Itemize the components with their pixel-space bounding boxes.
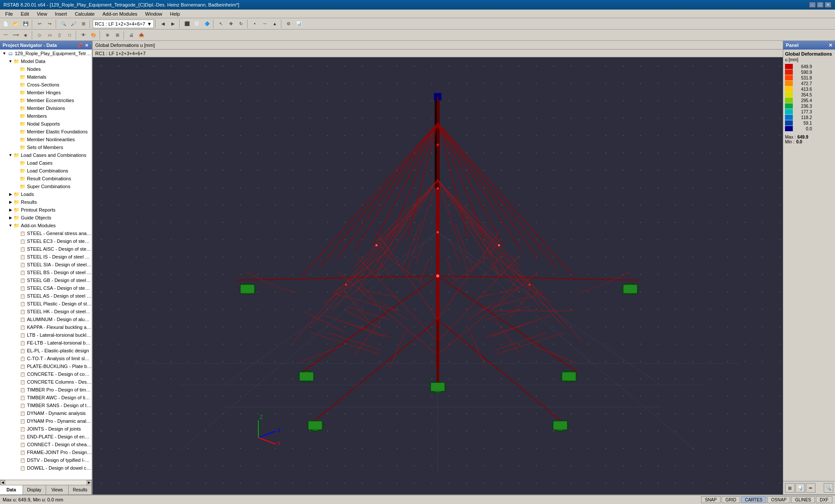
tree-expander[interactable] [14,356,19,361]
menu-addon[interactable]: Add-on Modules [99,10,141,18]
tree-item[interactable]: 📁Nodal Supports [0,120,92,128]
nav-tab-views[interactable]: Views [46,485,69,494]
menu-help[interactable]: Help [167,10,184,18]
status-cartes[interactable]: CARTES [741,496,766,503]
tree-item[interactable]: 📋STEEL AS - Design of steel membe [0,292,92,300]
tree-item[interactable]: 📁Member Nonlinearities [0,136,92,143]
tree-item[interactable]: 📁Load Cases [0,159,92,167]
tree-expander[interactable] [14,246,19,252]
tb-node[interactable]: • [250,19,260,29]
tree-expander[interactable] [14,137,19,142]
tree-expander[interactable] [14,332,19,338]
tb2-iso[interactable]: ◇ [35,30,44,40]
tree-expander[interactable] [14,465,19,471]
tree-item[interactable]: ▼📁Add-on Modules [0,222,92,229]
tree-expander[interactable]: ▼ [2,51,7,56]
nav-pin-button[interactable]: 📌 [76,43,83,48]
menu-insert[interactable]: Insert [51,10,70,18]
nav-tab-data[interactable]: Data [0,485,23,494]
tree-expander[interactable] [14,160,19,166]
tb2-snap[interactable]: ⊕ [103,30,112,40]
tree-expander[interactable] [14,82,19,87]
hscroll-left[interactable]: ◀ [0,480,5,485]
tree-item[interactable]: 📁Cross-Sections [0,81,92,89]
tree-expander[interactable]: ▼ [8,223,13,228]
tree-item[interactable]: 📁Nodes [0,65,92,73]
status-dxf[interactable]: DXF [816,496,832,503]
tree-expander[interactable] [14,458,19,463]
tree-expander[interactable]: ▶ [8,199,13,205]
tree-item[interactable]: 📁Result Combinations [0,175,92,182]
tb-undo[interactable]: ↩ [35,19,44,29]
panel-tb-settings[interactable]: ✏ [806,483,815,493]
tb-select[interactable]: ↖ [216,19,226,29]
canvas-area[interactable]: X Y Z [93,57,783,494]
tb-rotate[interactable]: ↻ [236,19,246,29]
tb-redo[interactable]: ↪ [45,19,54,29]
tree-expander[interactable] [14,371,19,377]
tb2-deform[interactable]: 〰 [1,30,10,40]
tree-expander[interactable] [14,293,19,298]
status-grid[interactable]: GRID [721,496,740,503]
tree-expander[interactable] [14,121,19,126]
tree-expander[interactable] [14,411,19,416]
tree-expander[interactable] [14,270,19,275]
tree-item[interactable]: 📋STEEL CSA - Design of steel mem [0,284,92,292]
tb-open[interactable]: 📂 [11,19,20,29]
panel-tb-chart[interactable]: 📊 [795,483,805,493]
panel-tb-table[interactable]: ⊞ [785,483,795,493]
tree-item[interactable]: 📋C-TO-T - Analysis of limit slende [0,355,92,362]
tree-item[interactable]: 📋TIMBER Pro - Design of timber me [0,386,92,394]
tree-expander[interactable] [14,364,19,369]
tree-item[interactable]: ▼📁Model Data [0,57,92,65]
tb-prev[interactable]: ◀ [158,19,168,29]
tree-item[interactable]: ▶📁Results [0,198,92,206]
nav-tree[interactable]: ▼🗂129_Rople_Play_Equipment_Tetragode_▼📁M… [0,50,92,480]
tree-expander[interactable] [14,145,19,150]
maximize-button[interactable]: □ [817,2,824,8]
menu-window[interactable]: Window [142,10,166,18]
tree-expander[interactable] [14,129,19,134]
tree-expander[interactable] [14,66,19,72]
tb-calc[interactable]: ⚙ [284,19,294,29]
tree-expander[interactable] [14,340,19,345]
tree-item[interactable]: 📋JOINTS - Design of joints [0,425,92,433]
tb2-side[interactable]: ▯ [55,30,64,40]
tree-expander[interactable] [14,395,19,400]
tb-next[interactable]: ▶ [168,19,178,29]
menu-edit[interactable]: Edit [17,10,33,18]
tree-item[interactable]: 📋PLATE-BUCKLING - Plate buckling [0,362,92,370]
tb-save[interactable]: 💾 [21,19,30,29]
tree-expander[interactable] [14,98,19,103]
panel-tb-zoom[interactable]: 🔍 [824,483,833,493]
tree-item[interactable]: 📋STEEL AISC - Design of steel mem [0,245,92,253]
nav-tab-display[interactable]: Display [23,485,46,494]
load-case-dropdown[interactable]: RC1 : LF 1+2+3+4+6=7 ▼ [93,20,154,28]
tree-expander[interactable] [14,317,19,322]
tree-expander[interactable] [14,426,19,431]
tb2-color[interactable]: 🎨 [89,30,98,40]
tree-item[interactable]: 📋STEEL HK - Design of steel membe [0,308,92,315]
tree-item[interactable]: 📋CONCRETE - Design of concrete n [0,370,92,378]
tree-expander[interactable] [14,301,19,306]
tb-fit[interactable]: ⊞ [79,19,88,29]
tree-item[interactable]: 📋END-PLATE - Design of end plate [0,433,92,441]
tree-expander[interactable] [14,231,19,236]
tree-item[interactable]: 📋STEEL Plastic - Design of steel me [0,300,92,308]
tree-expander[interactable] [14,309,19,314]
tree-item[interactable]: ▶📁Printout Reports [0,206,92,214]
viewport[interactable]: Global Deformations u [mm] RC1 : LF 1+2+… [93,41,783,494]
tb2-top[interactable]: □ [65,30,74,40]
tree-item[interactable]: 📋EL-PL - Elastic-plastic design [0,347,92,355]
nav-tab-results[interactable]: Results [69,485,92,494]
tree-item[interactable]: 📋FE-LTB - Lateral-torsional buckling [0,339,92,347]
tb-results[interactable]: 📊 [294,19,304,29]
tree-expander[interactable] [14,403,19,408]
tree-item[interactable]: 📋KAPPA - Flexural buckling analysi [0,323,92,331]
tree-item[interactable]: 📁Load Combinations [0,167,92,175]
tb-new[interactable]: 📄 [1,19,10,29]
nav-horizontal-scrollbar[interactable]: ◀ ▶ [0,480,92,485]
tree-expander[interactable] [14,278,19,283]
tree-item[interactable]: 📋STEEL IS - Design of steel member [0,253,92,261]
tree-item[interactable]: 📋ALUMINUM - Design of aluminum [0,315,92,323]
